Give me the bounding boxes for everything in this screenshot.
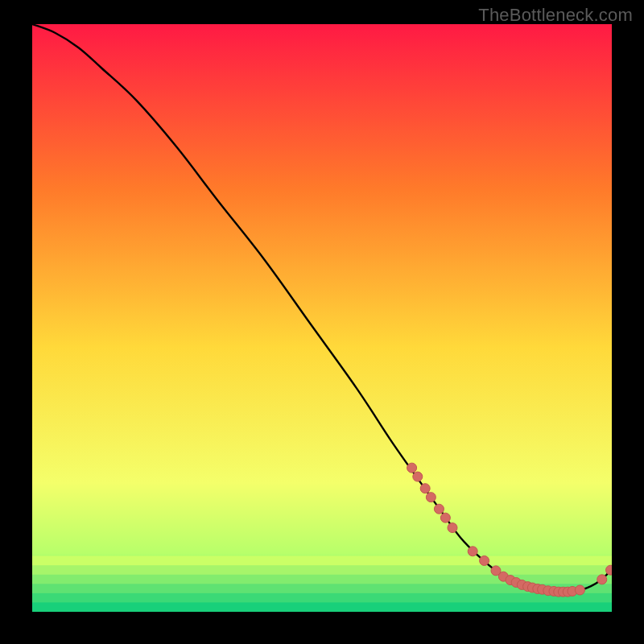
gradient-panel (32, 24, 612, 612)
green-band (32, 593, 612, 603)
data-marker (606, 565, 612, 575)
green-band (32, 556, 612, 566)
green-band (32, 602, 612, 612)
green-band (32, 565, 612, 575)
bottleneck-chart (32, 24, 612, 612)
data-marker (426, 493, 436, 502)
data-marker (407, 463, 417, 473)
data-marker (434, 504, 444, 514)
data-marker (440, 513, 450, 522)
data-marker (413, 472, 423, 481)
plot-area (32, 24, 612, 612)
chart-frame: TheBottleneck.com (0, 0, 644, 644)
data-marker (448, 523, 457, 533)
data-marker (575, 585, 584, 595)
watermark-label: TheBottleneck.com (478, 5, 633, 26)
data-marker (480, 555, 489, 565)
data-marker (468, 547, 477, 556)
data-marker (420, 484, 430, 493)
data-marker (597, 575, 607, 584)
